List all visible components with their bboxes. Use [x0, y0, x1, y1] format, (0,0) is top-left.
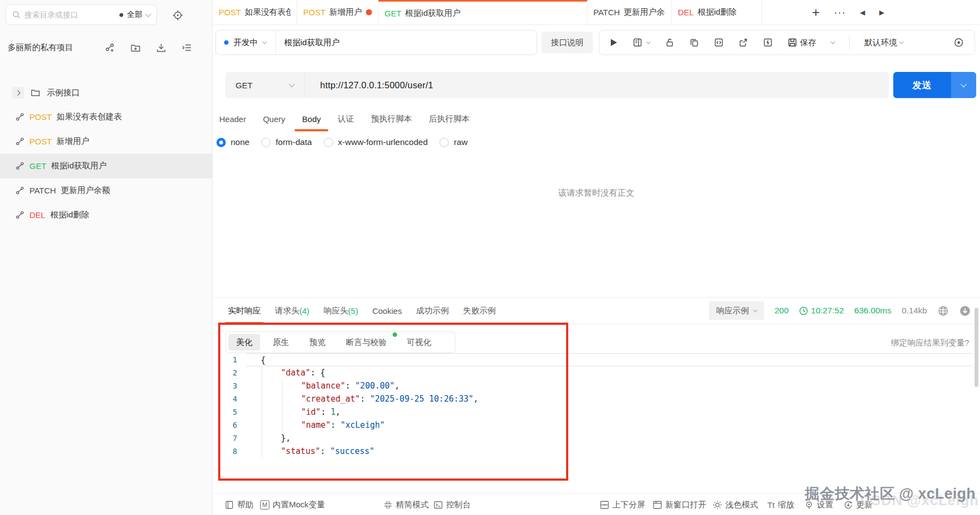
tree-folder[interactable]: 示例接口: [0, 81, 212, 105]
bind-result-link[interactable]: 绑定响应结果到变量?: [891, 338, 969, 348]
tab-delete-user[interactable]: DEL 根据id删除: [672, 0, 762, 25]
code-line: 7},: [213, 432, 980, 445]
tab-fail-example[interactable]: 失败示例: [463, 298, 496, 324]
sidebar-item-add-user[interactable]: POST 新增用户: [0, 129, 212, 154]
help-button[interactable]: 帮助: [225, 494, 254, 515]
sidebar-item-create-table[interactable]: POST 如果没有表创建表: [0, 105, 212, 129]
response-time: 10:27:52: [811, 306, 844, 316]
tab-request-headers[interactable]: 请求头(4): [275, 298, 309, 324]
api-doc-button[interactable]: 接口说明: [542, 32, 593, 53]
url-input[interactable]: http://127.0.0.1:5000/user/1: [305, 80, 433, 90]
download-response-icon[interactable]: [959, 305, 971, 317]
response-json-viewer[interactable]: 1{ 2"data": { 3"balance": "200.00", 4"cr…: [213, 353, 980, 458]
env-label: 默认环境: [864, 38, 897, 48]
search-input[interactable]: [25, 10, 94, 19]
radio-form-data[interactable]: form-data: [261, 137, 311, 147]
search-box[interactable]: 全部: [5, 4, 157, 25]
method-badge: POST: [29, 112, 52, 122]
bolt-icon[interactable]: [763, 38, 773, 47]
item-label: 新增用户: [57, 136, 89, 147]
eye-icon[interactable]: [953, 37, 964, 48]
tab-get-user[interactable]: GET 根据id获取用户: [378, 0, 587, 25]
zoom-button[interactable]: Tt 缩放: [767, 494, 794, 515]
docs-panel-dropdown[interactable]: [633, 38, 650, 47]
radio-raw[interactable]: raw: [440, 137, 467, 147]
import-icon[interactable]: [156, 43, 166, 53]
api-tree: 示例接口 POST 如果没有表创建表 POST 新增用户 GET 根据id获取用…: [0, 81, 212, 227]
view-tab-assert[interactable]: 断言与校验: [338, 334, 394, 350]
method-select[interactable]: GET: [225, 72, 305, 98]
tab-response-headers[interactable]: 响应头(5): [323, 298, 358, 324]
unlock-icon[interactable]: [665, 38, 675, 47]
method-badge: POST: [29, 137, 52, 146]
chevron-down-icon: [899, 39, 904, 44]
status-label: 开发中: [233, 38, 258, 48]
send-button[interactable]: 发送: [893, 72, 976, 98]
save-more-chevron[interactable]: [831, 39, 835, 44]
tab-live-response[interactable]: 实时响应: [228, 298, 261, 324]
new-api-icon[interactable]: [105, 43, 115, 53]
light-mode-button[interactable]: 浅色模式: [713, 494, 758, 515]
globe-icon[interactable]: [937, 305, 949, 317]
compact-mode-button[interactable]: 精简模式: [383, 494, 429, 515]
copy-icon[interactable]: [689, 38, 699, 47]
request-param-tabs: Header Query Body 认证 预执行脚本 后执行脚本: [219, 105, 470, 133]
collapse-list-icon[interactable]: [182, 43, 192, 53]
url-row: GET http://127.0.0.1:5000/user/1 发送: [213, 64, 980, 104]
tab-auth[interactable]: 认证: [338, 105, 354, 133]
response-example-dropdown[interactable]: 响应示例: [709, 301, 764, 320]
method-badge: GET: [29, 161, 46, 171]
tab-success-example[interactable]: 成功示例: [416, 298, 449, 324]
radio-urlencoded[interactable]: x-www-form-urlencoded: [324, 137, 428, 147]
tab-add-user[interactable]: POST 新增用户: [297, 0, 378, 25]
count-badge: (5): [348, 306, 358, 316]
split-screen-button[interactable]: 上下分屏: [600, 494, 645, 515]
environment-dropdown[interactable]: 默认环境: [864, 38, 903, 48]
radio-none[interactable]: none: [217, 137, 249, 147]
save-button[interactable]: 保存: [787, 38, 816, 48]
tab-method: POST: [303, 8, 326, 17]
vertical-scrollbar[interactable]: [975, 308, 978, 387]
console-button[interactable]: 控制台: [434, 494, 471, 515]
url-bar: GET http://127.0.0.1:5000/user/1: [225, 72, 889, 98]
api-icon: [15, 210, 25, 220]
status-dropdown[interactable]: 开发中: [216, 31, 275, 54]
count-badge: (4): [299, 306, 309, 316]
tab-body[interactable]: Body: [302, 105, 321, 133]
sidebar-item-get-user[interactable]: GET 根据id获取用户: [0, 154, 212, 178]
nav-back-icon[interactable]: ◀: [860, 9, 865, 16]
view-tab-pretty[interactable]: 美化: [229, 334, 260, 350]
view-tab-preview[interactable]: 预览: [302, 334, 333, 350]
item-label: 更新用户余额: [61, 185, 110, 196]
response-view-tabs: 美化 原生 预览 断言与校验 可视化: [225, 331, 455, 353]
status-title-box: 开发中 根据id获取用户: [215, 30, 537, 55]
view-tab-raw[interactable]: 原生: [265, 334, 297, 350]
tab-header[interactable]: Header: [219, 105, 246, 133]
code-icon[interactable]: [714, 38, 724, 47]
chevron-down-icon: [262, 39, 267, 44]
empty-body-message: 该请求暂时没有正文: [213, 187, 980, 199]
new-tab-icon[interactable]: +: [812, 6, 820, 19]
tab-query[interactable]: Query: [263, 105, 285, 133]
tab-update-balance[interactable]: PATCH 更新用户余额: [587, 0, 672, 25]
tab-pre-script[interactable]: 预执行脚本: [371, 105, 412, 133]
nav-forward-icon[interactable]: ▶: [879, 9, 884, 16]
send-options-chevron[interactable]: [951, 72, 976, 98]
share-icon[interactable]: [738, 38, 748, 47]
expand-icon[interactable]: [12, 87, 24, 99]
more-tabs-icon[interactable]: ···: [834, 7, 846, 19]
request-title[interactable]: 根据id获取用户: [276, 38, 340, 48]
sidebar-item-delete-user[interactable]: DEL 根据id删除: [0, 203, 212, 227]
view-tab-visualize[interactable]: 可视化: [399, 334, 439, 350]
sidebar-item-update-balance[interactable]: PATCH 更新用户余额: [0, 178, 212, 203]
mock-variables-button[interactable]: M 内置Mock变量: [260, 494, 325, 515]
mock-icon: M: [260, 500, 269, 510]
search-filter[interactable]: 全部: [119, 10, 151, 20]
locate-icon[interactable]: [171, 9, 184, 22]
new-folder-icon[interactable]: [130, 43, 141, 53]
run-icon[interactable]: [610, 38, 618, 47]
tab-post-script[interactable]: 后执行脚本: [429, 105, 470, 133]
tab-create-table[interactable]: POST 如果没有表创建: [213, 0, 297, 25]
new-window-button[interactable]: 新窗口打开: [653, 494, 706, 515]
tab-cookies[interactable]: Cookies: [372, 298, 402, 324]
